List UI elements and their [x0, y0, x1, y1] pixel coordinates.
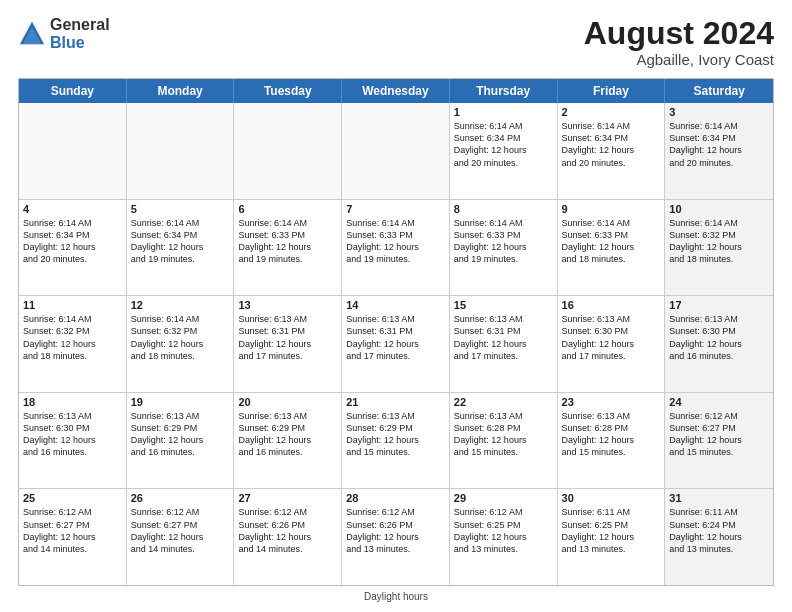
calendar-row-2: 11Sunrise: 6:14 AMSunset: 6:32 PMDayligh…	[19, 295, 773, 392]
cell-info: Sunrise: 6:13 AMSunset: 6:29 PMDaylight:…	[238, 410, 337, 459]
header-day-wednesday: Wednesday	[342, 79, 450, 103]
calendar-body: 1Sunrise: 6:14 AMSunset: 6:34 PMDaylight…	[19, 103, 773, 585]
day-number: 22	[454, 396, 553, 408]
calendar-cell: 19Sunrise: 6:13 AMSunset: 6:29 PMDayligh…	[127, 393, 235, 489]
cell-info: Sunrise: 6:14 AMSunset: 6:33 PMDaylight:…	[346, 217, 445, 266]
calendar-header: SundayMondayTuesdayWednesdayThursdayFrid…	[19, 79, 773, 103]
cell-info: Sunrise: 6:14 AMSunset: 6:32 PMDaylight:…	[669, 217, 769, 266]
calendar-cell: 15Sunrise: 6:13 AMSunset: 6:31 PMDayligh…	[450, 296, 558, 392]
calendar-cell: 24Sunrise: 6:12 AMSunset: 6:27 PMDayligh…	[665, 393, 773, 489]
cell-info: Sunrise: 6:13 AMSunset: 6:30 PMDaylight:…	[669, 313, 769, 362]
calendar-cell	[19, 103, 127, 199]
calendar-cell: 9Sunrise: 6:14 AMSunset: 6:33 PMDaylight…	[558, 200, 666, 296]
cell-info: Sunrise: 6:13 AMSunset: 6:31 PMDaylight:…	[454, 313, 553, 362]
logo-text: General Blue	[50, 16, 110, 51]
day-number: 18	[23, 396, 122, 408]
day-number: 2	[562, 106, 661, 118]
calendar-cell: 3Sunrise: 6:14 AMSunset: 6:34 PMDaylight…	[665, 103, 773, 199]
calendar-cell: 29Sunrise: 6:12 AMSunset: 6:25 PMDayligh…	[450, 489, 558, 585]
day-number: 19	[131, 396, 230, 408]
calendar-cell: 16Sunrise: 6:13 AMSunset: 6:30 PMDayligh…	[558, 296, 666, 392]
calendar-cell	[234, 103, 342, 199]
day-number: 24	[669, 396, 769, 408]
title-location: Agbaille, Ivory Coast	[584, 51, 774, 68]
cell-info: Sunrise: 6:13 AMSunset: 6:30 PMDaylight:…	[23, 410, 122, 459]
calendar-cell: 30Sunrise: 6:11 AMSunset: 6:25 PMDayligh…	[558, 489, 666, 585]
day-number: 11	[23, 299, 122, 311]
calendar-cell: 26Sunrise: 6:12 AMSunset: 6:27 PMDayligh…	[127, 489, 235, 585]
day-number: 6	[238, 203, 337, 215]
day-number: 10	[669, 203, 769, 215]
calendar-cell: 4Sunrise: 6:14 AMSunset: 6:34 PMDaylight…	[19, 200, 127, 296]
header: General Blue August 2024 Agbaille, Ivory…	[18, 16, 774, 68]
cell-info: Sunrise: 6:12 AMSunset: 6:27 PMDaylight:…	[131, 506, 230, 555]
calendar-cell: 8Sunrise: 6:14 AMSunset: 6:33 PMDaylight…	[450, 200, 558, 296]
calendar-row-3: 18Sunrise: 6:13 AMSunset: 6:30 PMDayligh…	[19, 392, 773, 489]
cell-info: Sunrise: 6:14 AMSunset: 6:34 PMDaylight:…	[669, 120, 769, 169]
logo-general: General	[50, 16, 110, 34]
day-number: 28	[346, 492, 445, 504]
calendar-cell: 1Sunrise: 6:14 AMSunset: 6:34 PMDaylight…	[450, 103, 558, 199]
day-number: 16	[562, 299, 661, 311]
calendar-cell: 17Sunrise: 6:13 AMSunset: 6:30 PMDayligh…	[665, 296, 773, 392]
calendar-cell: 18Sunrise: 6:13 AMSunset: 6:30 PMDayligh…	[19, 393, 127, 489]
cell-info: Sunrise: 6:14 AMSunset: 6:34 PMDaylight:…	[562, 120, 661, 169]
calendar-cell: 21Sunrise: 6:13 AMSunset: 6:29 PMDayligh…	[342, 393, 450, 489]
logo: General Blue	[18, 16, 110, 51]
title-month: August 2024	[584, 16, 774, 51]
day-number: 4	[23, 203, 122, 215]
day-number: 30	[562, 492, 661, 504]
header-day-sunday: Sunday	[19, 79, 127, 103]
cell-info: Sunrise: 6:14 AMSunset: 6:33 PMDaylight:…	[238, 217, 337, 266]
day-number: 26	[131, 492, 230, 504]
cell-info: Sunrise: 6:12 AMSunset: 6:26 PMDaylight:…	[238, 506, 337, 555]
cell-info: Sunrise: 6:13 AMSunset: 6:28 PMDaylight:…	[562, 410, 661, 459]
calendar-cell: 22Sunrise: 6:13 AMSunset: 6:28 PMDayligh…	[450, 393, 558, 489]
calendar-row-1: 4Sunrise: 6:14 AMSunset: 6:34 PMDaylight…	[19, 199, 773, 296]
day-number: 3	[669, 106, 769, 118]
calendar-cell: 20Sunrise: 6:13 AMSunset: 6:29 PMDayligh…	[234, 393, 342, 489]
calendar-cell: 7Sunrise: 6:14 AMSunset: 6:33 PMDaylight…	[342, 200, 450, 296]
cell-info: Sunrise: 6:13 AMSunset: 6:31 PMDaylight:…	[346, 313, 445, 362]
day-number: 25	[23, 492, 122, 504]
header-day-saturday: Saturday	[665, 79, 773, 103]
page: General Blue August 2024 Agbaille, Ivory…	[0, 0, 792, 612]
calendar-cell: 10Sunrise: 6:14 AMSunset: 6:32 PMDayligh…	[665, 200, 773, 296]
calendar-cell: 6Sunrise: 6:14 AMSunset: 6:33 PMDaylight…	[234, 200, 342, 296]
cell-info: Sunrise: 6:14 AMSunset: 6:33 PMDaylight:…	[454, 217, 553, 266]
day-number: 7	[346, 203, 445, 215]
calendar-cell: 27Sunrise: 6:12 AMSunset: 6:26 PMDayligh…	[234, 489, 342, 585]
day-number: 14	[346, 299, 445, 311]
cell-info: Sunrise: 6:11 AMSunset: 6:24 PMDaylight:…	[669, 506, 769, 555]
cell-info: Sunrise: 6:13 AMSunset: 6:29 PMDaylight:…	[131, 410, 230, 459]
cell-info: Sunrise: 6:12 AMSunset: 6:27 PMDaylight:…	[23, 506, 122, 555]
calendar: SundayMondayTuesdayWednesdayThursdayFrid…	[18, 78, 774, 586]
calendar-cell: 13Sunrise: 6:13 AMSunset: 6:31 PMDayligh…	[234, 296, 342, 392]
day-number: 31	[669, 492, 769, 504]
day-number: 15	[454, 299, 553, 311]
cell-info: Sunrise: 6:14 AMSunset: 6:34 PMDaylight:…	[454, 120, 553, 169]
calendar-cell: 11Sunrise: 6:14 AMSunset: 6:32 PMDayligh…	[19, 296, 127, 392]
day-number: 9	[562, 203, 661, 215]
cell-info: Sunrise: 6:12 AMSunset: 6:26 PMDaylight:…	[346, 506, 445, 555]
day-number: 27	[238, 492, 337, 504]
calendar-cell	[127, 103, 235, 199]
cell-info: Sunrise: 6:14 AMSunset: 6:32 PMDaylight:…	[131, 313, 230, 362]
calendar-cell: 23Sunrise: 6:13 AMSunset: 6:28 PMDayligh…	[558, 393, 666, 489]
calendar-cell: 25Sunrise: 6:12 AMSunset: 6:27 PMDayligh…	[19, 489, 127, 585]
header-day-thursday: Thursday	[450, 79, 558, 103]
footer-text: Daylight hours	[364, 591, 428, 602]
calendar-cell: 28Sunrise: 6:12 AMSunset: 6:26 PMDayligh…	[342, 489, 450, 585]
cell-info: Sunrise: 6:12 AMSunset: 6:25 PMDaylight:…	[454, 506, 553, 555]
cell-info: Sunrise: 6:13 AMSunset: 6:28 PMDaylight:…	[454, 410, 553, 459]
calendar-cell: 31Sunrise: 6:11 AMSunset: 6:24 PMDayligh…	[665, 489, 773, 585]
calendar-cell: 14Sunrise: 6:13 AMSunset: 6:31 PMDayligh…	[342, 296, 450, 392]
day-number: 17	[669, 299, 769, 311]
day-number: 12	[131, 299, 230, 311]
calendar-row-0: 1Sunrise: 6:14 AMSunset: 6:34 PMDaylight…	[19, 103, 773, 199]
day-number: 23	[562, 396, 661, 408]
day-number: 5	[131, 203, 230, 215]
footer: Daylight hours	[18, 591, 774, 602]
cell-info: Sunrise: 6:13 AMSunset: 6:29 PMDaylight:…	[346, 410, 445, 459]
calendar-cell: 12Sunrise: 6:14 AMSunset: 6:32 PMDayligh…	[127, 296, 235, 392]
